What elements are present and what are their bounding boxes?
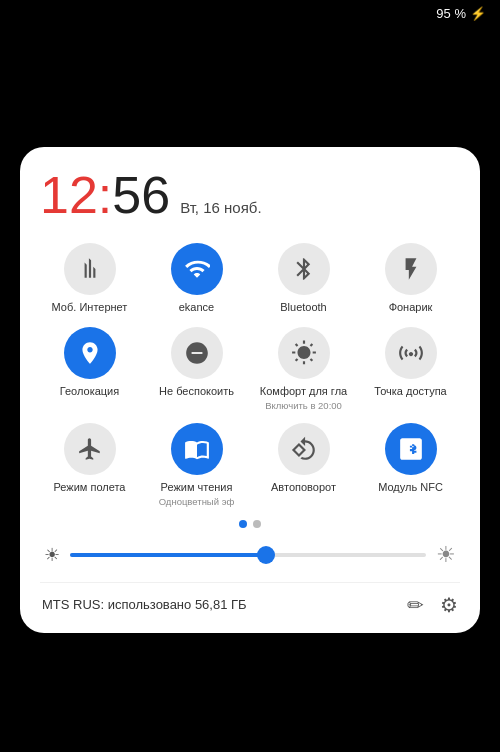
page-dots (40, 520, 460, 528)
tile-dnd[interactable]: Не беспокоить (147, 327, 246, 412)
tile-icon-flashlight (385, 243, 437, 295)
tile-label-mobile-internet: Моб. Интернет (52, 301, 128, 314)
tile-label-comfort-eyes: Комфорт для гла (260, 385, 347, 398)
tile-icon-bluetooth (278, 243, 330, 295)
tile-icon-wifi (171, 243, 223, 295)
battery-percent: 95 % (436, 6, 466, 21)
edit-icon[interactable]: ✏ (407, 593, 424, 617)
tile-wifi[interactable]: ekance (147, 243, 246, 314)
tile-icon-geolocation (64, 327, 116, 379)
settings-icon[interactable]: ⚙ (440, 593, 458, 617)
clock-colon: : (98, 166, 112, 224)
tile-nfc[interactable]: Модуль NFC (361, 423, 460, 508)
brightness-row: ☀ ☀ (40, 542, 460, 568)
tile-autorotate[interactable]: Автоповорот (254, 423, 353, 508)
tile-label-flashlight: Фонарик (389, 301, 433, 314)
brightness-min-icon: ☀ (44, 544, 60, 566)
tile-bluetooth[interactable]: Bluetooth (254, 243, 353, 314)
tile-icon-airplane (64, 423, 116, 475)
footer-storage-text: MTS RUS: использовано 56,81 ГБ (42, 597, 247, 612)
quick-settings-panel: 12:56 Вт, 16 нояб. Моб. Интернет ekance … (20, 147, 480, 632)
tile-label-dnd: Не беспокоить (159, 385, 234, 398)
tile-icon-nfc (385, 423, 437, 475)
tile-label-wifi: ekance (179, 301, 214, 314)
date-display: Вт, 16 нояб. (180, 199, 261, 216)
tile-icon-autorotate (278, 423, 330, 475)
tile-hotspot[interactable]: Точка доступа (361, 327, 460, 412)
tile-comfort-eyes[interactable]: Комфорт для гла Включить в 20:00 (254, 327, 353, 412)
tile-geolocation[interactable]: Геолокация (40, 327, 139, 412)
tile-icon-comfort-eyes (278, 327, 330, 379)
dot-1 (239, 520, 247, 528)
battery-icon: ⚡ (470, 6, 486, 21)
footer-row: MTS RUS: использовано 56,81 ГБ ✏ ⚙ (40, 582, 460, 617)
tiles-grid: Моб. Интернет ekance Bluetooth Фонарик (40, 243, 460, 507)
clock-hours: 12 (40, 166, 98, 224)
tile-icon-mobile-internet (64, 243, 116, 295)
brightness-max-icon: ☀ (436, 542, 456, 568)
tile-icon-dnd (171, 327, 223, 379)
tile-mobile-internet[interactable]: Моб. Интернет (40, 243, 139, 314)
tile-label-reading-mode: Режим чтения (161, 481, 233, 494)
tile-sublabel-comfort-eyes: Включить в 20:00 (265, 400, 342, 411)
tile-icon-hotspot (385, 327, 437, 379)
brightness-thumb (257, 546, 275, 564)
footer-icons: ✏ ⚙ (407, 593, 458, 617)
tile-reading-mode[interactable]: Режим чтения Одноцветный эф (147, 423, 246, 508)
clock: 12:56 (40, 169, 170, 221)
tile-icon-reading-mode (171, 423, 223, 475)
tile-label-bluetooth: Bluetooth (280, 301, 326, 314)
tile-label-autorotate: Автоповорот (271, 481, 336, 494)
tile-label-airplane: Режим полета (53, 481, 125, 494)
tile-label-nfc: Модуль NFC (378, 481, 443, 494)
tile-label-hotspot: Точка доступа (374, 385, 446, 398)
brightness-slider[interactable] (70, 553, 426, 557)
status-bar: 95 % ⚡ (422, 0, 500, 27)
clock-minutes: 56 (112, 166, 170, 224)
tile-sublabel-reading-mode: Одноцветный эф (159, 496, 235, 507)
dot-2 (253, 520, 261, 528)
tile-airplane[interactable]: Режим полета (40, 423, 139, 508)
brightness-fill (70, 553, 266, 557)
tile-flashlight[interactable]: Фонарик (361, 243, 460, 314)
time-row: 12:56 Вт, 16 нояб. (40, 169, 460, 221)
tile-label-geolocation: Геолокация (60, 385, 119, 398)
